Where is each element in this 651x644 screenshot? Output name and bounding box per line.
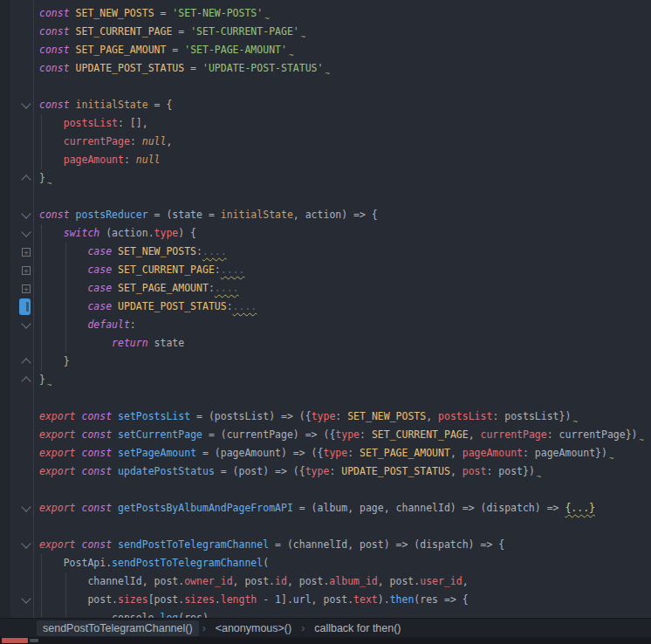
folded-region-placeholder[interactable]: {...} (565, 502, 595, 514)
code-token: type (312, 410, 336, 422)
code-token: } (39, 172, 45, 184)
code-token: , action) => { (293, 209, 378, 221)
code-line[interactable]: default: (0, 316, 651, 334)
code-token: case (87, 264, 112, 276)
code-token: postsReducer (76, 209, 148, 221)
code-token: text (353, 593, 378, 606)
fold-expand-icon[interactable]: + (22, 248, 31, 257)
code-line[interactable]: export const setCurrentPage = (currentPa… (0, 426, 651, 444)
code-token: = (166, 44, 184, 56)
code-token: const (39, 62, 70, 74)
code-line[interactable]: export const setPageAmount = (pageAmount… (0, 444, 651, 462)
code-token: , (469, 428, 481, 441)
indent-guide (65, 243, 66, 353)
code-line[interactable]: export const getPostsByAlbumAndPageFromA… (0, 499, 651, 517)
fold-collapse-icon[interactable] (21, 502, 31, 511)
code-line[interactable]: const SET_CURRENT_PAGE = 'SET-CURRENT-PA… (0, 23, 651, 41)
code-token: . (215, 593, 221, 606)
code-line[interactable]: const UPDATE_POST_STATUS = 'UPDATE-POST-… (0, 59, 651, 78)
folded-region-placeholder[interactable]: .... (221, 264, 245, 276)
breadcrumb-item[interactable]: sendPostToTelegramChannel() (37, 620, 199, 636)
code-line[interactable]: const initialState = { (0, 96, 651, 114)
code-line[interactable]: console.log(res) (0, 609, 651, 618)
code-line[interactable]: const postsReducer = (state = initialSta… (0, 206, 651, 224)
code-token: = { (148, 99, 173, 111)
code-line[interactable]: + case SET_NEW_POSTS:.... (0, 243, 651, 261)
fold-end-icon[interactable] (21, 376, 31, 386)
folded-region-placeholder[interactable]: .... (233, 300, 257, 312)
code-token: , (450, 465, 463, 477)
code-token: PostApi. (39, 557, 112, 569)
fold-collapse-icon[interactable] (21, 538, 31, 548)
code-line[interactable]: postsList: [], (0, 114, 651, 133)
code-line[interactable]: post.sizes[post.sizes.length - 1].url, p… (0, 591, 651, 609)
code-line[interactable]: currentPage: null, (0, 133, 651, 151)
caret-line-marker[interactable] (19, 298, 31, 315)
code-token: case (87, 300, 112, 312)
code-editor[interactable]: const SET_NEW_POSTS = 'SET-NEW-POSTS'~co… (0, 0, 651, 644)
code-line[interactable] (0, 188, 651, 206)
code-line[interactable] (0, 481, 651, 499)
status-indicator-secondary (30, 639, 38, 642)
code-line[interactable]: return state (0, 334, 651, 353)
code-token: const (81, 538, 112, 551)
code-line[interactable]: + case SET_CURRENT_PAGE:.... (0, 261, 651, 279)
folded-region-placeholder[interactable]: .... (202, 245, 227, 257)
code-token (112, 538, 118, 551)
code-line[interactable]: switch (action.type) { (0, 224, 651, 243)
code-token (70, 44, 76, 56)
code-token (112, 447, 118, 459)
code-line[interactable]: + case SET_PAGE_AMOUNT:.... (0, 279, 651, 298)
code-token: : pageAmount}) (523, 447, 607, 459)
code-line[interactable] (0, 78, 651, 96)
code-token: } (39, 355, 70, 367)
code-line[interactable]: } (0, 353, 651, 371)
code-line[interactable]: PostApi.sendPostToTelegramChannel( (0, 554, 651, 572)
folded-region-placeholder[interactable]: .... (215, 282, 239, 294)
fold-expand-icon[interactable]: + (22, 266, 31, 275)
code-token: , (450, 447, 463, 459)
code-line[interactable] (0, 517, 651, 536)
code-line[interactable]: channelId, post.owner_id, post.id, post.… (0, 572, 651, 591)
code-line[interactable]: case UPDATE_POST_STATUS:.... (0, 298, 651, 316)
code-line[interactable] (0, 389, 651, 408)
fold-collapse-icon[interactable] (21, 593, 31, 603)
code-line[interactable]: pageAmount: null (0, 151, 651, 169)
code-token: = (post) => ({ (215, 465, 305, 477)
code-token: SET_NEW_POSTS (76, 7, 154, 19)
code-token: owner_id (184, 575, 232, 587)
code-token: = (state = (148, 209, 221, 221)
code-token: export (39, 502, 76, 514)
code-token: : (130, 135, 142, 147)
code-token: default (87, 319, 129, 331)
code-line[interactable]: export const updatePostStatus = (post) =… (0, 462, 651, 481)
code-lines-area[interactable]: const SET_NEW_POSTS = 'SET-NEW-POSTS'~co… (0, 4, 651, 618)
fold-collapse-icon[interactable] (21, 227, 31, 236)
indent-guide (41, 554, 42, 618)
status-indicator (2, 638, 28, 643)
indent-guide (41, 114, 42, 169)
fold-collapse-icon[interactable] (21, 319, 31, 328)
code-token: = (154, 7, 173, 19)
fold-expand-icon[interactable]: + (22, 284, 31, 293)
code-line[interactable]: const SET_PAGE_AMOUNT = 'SET-PAGE-AMOUNT… (0, 41, 651, 59)
indent-guide (65, 572, 66, 618)
code-token: 'UPDATE-POST-STATUS' (202, 62, 323, 74)
breadcrumb-item[interactable]: <anonymous>() (209, 620, 298, 636)
code-line[interactable]: export const sendPostToTelegramChannel =… (0, 536, 651, 554)
code-line[interactable]: const SET_NEW_POSTS = 'SET-NEW-POSTS'~ (0, 4, 651, 23)
fold-collapse-icon[interactable] (21, 209, 31, 218)
code-token: export (39, 428, 76, 441)
code-token: ( (263, 557, 269, 569)
code-token: const (81, 465, 112, 477)
fold-collapse-icon[interactable] (21, 99, 31, 108)
code-token: const (39, 209, 70, 221)
breadcrumb-item[interactable]: callback for then() (308, 620, 407, 636)
code-line[interactable]: }~ (0, 169, 651, 188)
code-line[interactable]: export const setPostsList = (postsList) … (0, 408, 651, 426)
code-line[interactable]: }~ (0, 371, 651, 389)
fold-end-icon[interactable] (21, 358, 31, 367)
fold-end-icon[interactable] (21, 175, 31, 184)
code-token: SET_NEW_POSTS (118, 245, 196, 257)
code-token: , (463, 575, 469, 587)
